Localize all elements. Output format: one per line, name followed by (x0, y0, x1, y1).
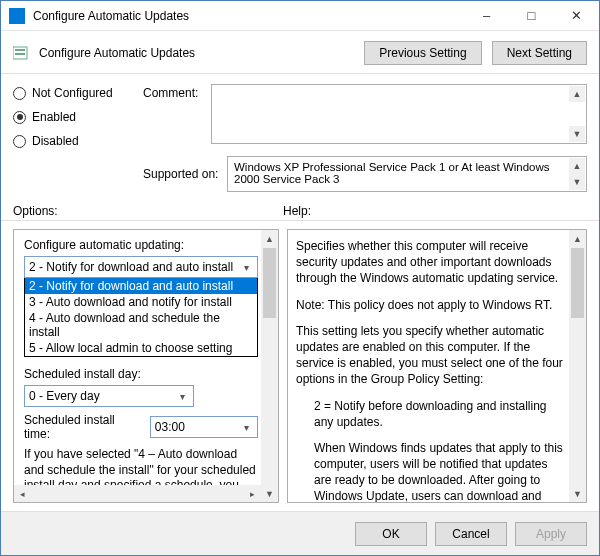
dropdown-option[interactable]: 2 - Notify for download and auto install (25, 278, 257, 294)
help-text: This setting lets you specify whether au… (296, 323, 564, 388)
radio-enabled[interactable]: Enabled (13, 110, 143, 124)
minimize-button[interactable]: – (464, 1, 509, 30)
comment-textarea[interactable]: ▲ ▼ (211, 84, 587, 144)
day-combo[interactable]: 0 - Every day ▾ (24, 385, 194, 407)
radio-not-configured[interactable]: Not Configured (13, 86, 143, 100)
apply-button[interactable]: Apply (515, 522, 587, 546)
radio-label: Not Configured (32, 86, 113, 100)
supported-value: Windows XP Professional Service Pack 1 o… (234, 161, 550, 185)
page-title: Configure Automatic Updates (39, 46, 364, 60)
help-pane: Specifies whether this computer will rec… (287, 229, 587, 503)
scroll-up-icon[interactable]: ▲ (569, 158, 585, 174)
titlebar[interactable]: Configure Automatic Updates – □ ✕ (1, 1, 599, 31)
radio-disabled[interactable]: Disabled (13, 134, 143, 148)
radio-label: Disabled (32, 134, 79, 148)
help-text: Specifies whether this computer will rec… (296, 238, 564, 287)
policy-state-group: Not Configured Enabled Disabled (13, 84, 143, 148)
help-text: 2 = Notify before downloading and instal… (296, 398, 564, 430)
comment-label: Comment: (143, 84, 203, 148)
help-text: When Windows finds updates that apply to… (296, 440, 564, 503)
window-title: Configure Automatic Updates (33, 9, 464, 23)
supported-label: Supported on: (143, 167, 227, 181)
svg-rect-2 (15, 53, 25, 55)
options-label: Options: (13, 204, 283, 218)
horizontal-scrollbar[interactable]: ◂▸ (14, 485, 261, 502)
configure-combo[interactable]: 2 - Notify for download and auto install… (24, 256, 258, 278)
scroll-up-icon[interactable]: ▲ (569, 86, 585, 102)
dropdown-option[interactable]: 5 - Allow local admin to choose setting (25, 340, 257, 356)
svg-rect-1 (15, 49, 25, 51)
next-setting-button[interactable]: Next Setting (492, 41, 587, 65)
gpo-dialog: Configure Automatic Updates – □ ✕ Config… (0, 0, 600, 556)
combo-value: 2 - Notify for download and auto install (29, 260, 233, 274)
day-label: Scheduled install day: (24, 367, 258, 381)
cancel-button[interactable]: Cancel (435, 522, 507, 546)
ok-button[interactable]: OK (355, 522, 427, 546)
scroll-down-icon[interactable]: ▼ (569, 174, 585, 190)
maximize-button[interactable]: □ (509, 1, 554, 30)
time-label: Scheduled install time: (24, 413, 142, 441)
supported-on-box: Windows XP Professional Service Pack 1 o… (227, 156, 587, 192)
time-combo[interactable]: 03:00 ▾ (150, 416, 258, 438)
chevron-down-icon: ▾ (238, 259, 255, 275)
previous-setting-button[interactable]: Previous Setting (364, 41, 481, 65)
vertical-scrollbar[interactable]: ▲▼ (569, 230, 586, 502)
combo-value: 0 - Every day (29, 389, 100, 403)
configure-label: Configure automatic updating: (24, 238, 258, 252)
help-text: Note: This policy does not apply to Wind… (296, 297, 564, 313)
configure-dropdown[interactable]: 2 - Notify for download and auto install… (24, 278, 258, 357)
combo-value: 03:00 (155, 420, 185, 434)
radio-label: Enabled (32, 110, 76, 124)
dropdown-option[interactable]: 3 - Auto download and notify for install (25, 294, 257, 310)
app-icon (9, 8, 25, 24)
options-pane: Configure automatic updating: 2 - Notify… (13, 229, 279, 503)
policy-icon (13, 45, 31, 61)
close-button[interactable]: ✕ (554, 1, 599, 30)
chevron-down-icon: ▾ (174, 388, 191, 404)
help-label: Help: (283, 204, 587, 218)
chevron-down-icon: ▾ (238, 419, 255, 435)
dialog-footer: OK Cancel Apply (1, 511, 599, 555)
scroll-down-icon[interactable]: ▼ (569, 126, 585, 142)
vertical-scrollbar[interactable]: ▲▼ (261, 230, 278, 502)
dropdown-option[interactable]: 4 - Auto download and schedule the insta… (25, 310, 257, 340)
header: Configure Automatic Updates Previous Set… (1, 31, 599, 74)
